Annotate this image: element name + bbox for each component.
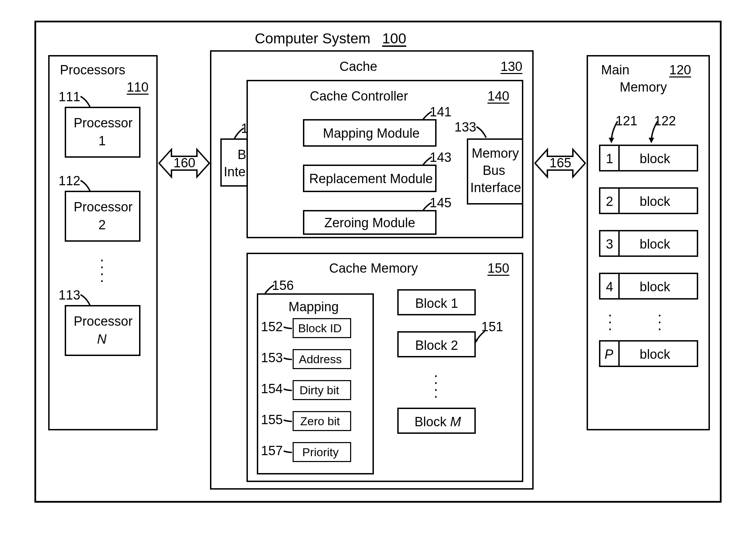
processors-title: Processors <box>60 63 125 77</box>
mem-bus-interface-label-c: Interface <box>470 180 521 195</box>
zeroing-module-label: Zeroing Module <box>324 216 415 230</box>
cache-memory-ref: 150 <box>487 261 509 276</box>
computer-system-ref: 100 <box>382 30 406 47</box>
processor-n-label-a: Processor <box>74 314 133 329</box>
mapping-module-label: Mapping Module <box>323 126 420 141</box>
mm-row-p-div <box>618 340 620 367</box>
mm-row-3-div <box>618 230 620 257</box>
mm-row-3-idx: 3 <box>606 237 613 252</box>
leader-154 <box>283 387 293 393</box>
main-memory-title-a: Main <box>601 63 629 77</box>
mapping-field-0-label: Block ID <box>298 322 342 335</box>
cache-memory-title: Cache Memory <box>329 261 418 276</box>
mm-vdots-left: ··· <box>608 311 612 332</box>
mem-bus-interface-label-a: Memory <box>472 146 519 161</box>
mm-row-1-div <box>618 145 620 171</box>
processor-n-id: 113 <box>59 288 80 303</box>
mm-row-p-idx: P <box>605 347 613 362</box>
mapping-field-1-label: Address <box>299 353 342 366</box>
processor-1-label-b: 1 <box>98 134 106 148</box>
arrow-121 <box>606 120 620 145</box>
mm-row-3-label: block <box>640 237 670 252</box>
leader-157 <box>283 449 293 455</box>
mem-bus-interface-id: 133 <box>454 120 476 135</box>
mem-bus-interface-label-b: Bus <box>483 163 505 178</box>
cache-block-1-label: Block 1 <box>415 296 458 311</box>
processor-1-label-a: Processor <box>74 116 133 130</box>
mm-row-p-label: block <box>640 347 670 362</box>
leader-155 <box>283 418 293 424</box>
cache-ref: 130 <box>501 59 522 74</box>
cache-controller-ref: 140 <box>487 89 509 104</box>
processors-ref: 110 <box>127 80 148 95</box>
mapping-field-1-id: 153 <box>261 350 283 365</box>
mm-row-1-label: block <box>640 151 670 166</box>
mapping-field-2-id: 154 <box>261 381 283 396</box>
mapping-field-3-label: Zero bit <box>300 415 340 428</box>
replacement-module-label: Replacement Module <box>309 171 433 186</box>
cache-blocks-vdots: ···· <box>434 372 438 399</box>
cache-title: Cache <box>339 59 377 74</box>
mapping-field-4-label: Priority <box>302 446 339 459</box>
processor-1-id: 111 <box>59 90 80 104</box>
leader-152 <box>283 325 293 331</box>
cache-controller-title: Cache Controller <box>310 89 408 104</box>
leader-153 <box>283 356 293 362</box>
mm-row-4-div <box>618 273 620 300</box>
cache-block-m-label: Block M <box>414 415 461 429</box>
arrow-122 <box>646 120 660 145</box>
bus-160-ref: 160 <box>174 156 195 170</box>
processor-2-label-a: Processor <box>74 200 133 214</box>
mm-row-1-idx: 1 <box>606 151 613 166</box>
svg-marker-3 <box>609 138 614 143</box>
mm-row-2-label: block <box>640 194 670 209</box>
mm-row-4-label: block <box>640 280 670 294</box>
processor-2-label-b: 2 <box>98 218 106 232</box>
mm-row-2-div <box>618 187 620 214</box>
cache-block-2-label: Block 2 <box>415 338 458 353</box>
processor-1-box <box>65 107 140 158</box>
main-memory-ref: 120 <box>669 63 691 77</box>
mapping-field-4-id: 157 <box>261 443 283 458</box>
svg-marker-4 <box>649 138 654 143</box>
bus-165-ref: 165 <box>549 156 571 170</box>
mapping-title: Mapping <box>288 300 339 314</box>
processor-n-label-b: N <box>97 332 106 347</box>
leader-133 <box>476 126 490 140</box>
mm-vdots-right: ··· <box>658 311 662 332</box>
mm-row-2-idx: 2 <box>606 194 613 209</box>
mapping-field-2-label: Dirty bit <box>300 384 339 397</box>
processors-vdots: ···· <box>100 256 104 284</box>
computer-system-title: Computer System <box>255 30 370 47</box>
processor-2-id: 112 <box>59 174 80 188</box>
main-memory-title-b: Memory <box>620 80 667 95</box>
mapping-field-0-id: 152 <box>261 320 283 334</box>
mm-row-4-idx: 4 <box>606 280 613 294</box>
processor-n-box <box>65 305 140 356</box>
processor-2-box <box>65 191 140 242</box>
mapping-field-3-id: 155 <box>261 412 283 427</box>
